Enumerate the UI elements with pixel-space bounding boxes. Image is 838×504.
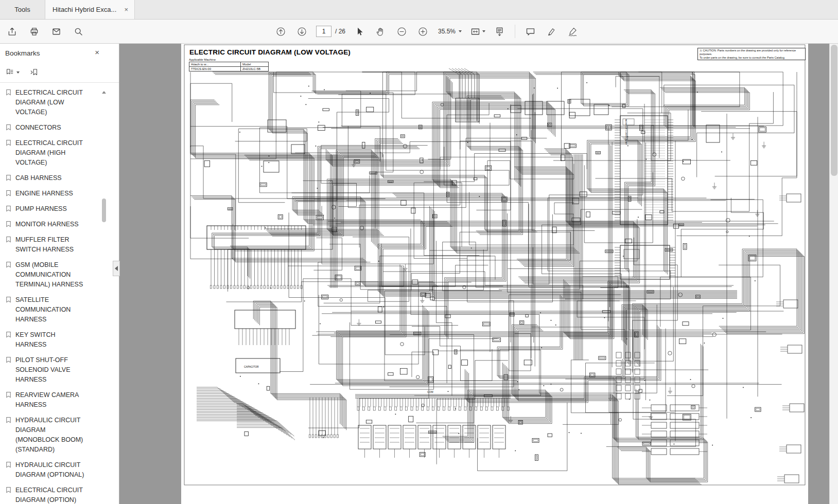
zoom-in-icon	[417, 26, 428, 37]
page-display-icon	[494, 26, 505, 37]
bookmarks-close-icon[interactable]: ×	[95, 48, 99, 57]
info-table-caption: Applicable Machine	[189, 58, 269, 61]
page-down-icon	[296, 26, 307, 37]
bookmark-label: PUMP HARNESS	[15, 204, 88, 214]
zoom-level-dropdown[interactable]: 35.5%	[437, 28, 463, 35]
zoom-level-value: 35.5%	[438, 28, 456, 35]
bookmark-label: ELECTRICAL CIRCUIT DIAGRAM (OPTION)	[15, 485, 88, 504]
highlight-icon	[546, 26, 557, 37]
toolbar-left-group	[0, 25, 85, 39]
bookmark-label: HYDRAULIC CIRCUIT DIAGRAM (OPTIONAL)	[15, 460, 88, 480]
svg-text:COM: COM	[427, 390, 433, 393]
page-title: ELECTRIC CIRCUIT DIAGRAM (LOW VOLTAGE)	[189, 48, 351, 56]
bookmarks-scrollbar-thumb[interactable]	[102, 199, 106, 222]
tab-tools-label: Tools	[14, 6, 30, 13]
toolbar-center-group: / 26 3	[274, 20, 580, 43]
pdf-page: MONITOR CONTROLLERCAPACITORCOM ELECTRIC …	[181, 44, 808, 504]
bookmarks-title: Bookmarks	[5, 49, 40, 57]
info-table-cell: Model	[241, 62, 269, 67]
bookmark-label: CAB HARNESS	[15, 173, 88, 183]
bookmark-options-button[interactable]	[5, 68, 20, 77]
tab-document-label: Hitachi Hybrid Exca...	[53, 6, 116, 13]
bookmarks-scrollbar[interactable]	[101, 88, 107, 504]
search-icon	[73, 26, 84, 37]
bookmark-icon	[5, 461, 12, 468]
zoom-out-button[interactable]	[395, 25, 409, 39]
info-table-cell: Attach to w...	[189, 62, 241, 67]
bookmark-label: GSM (MOBILE COMMUNICATION TERMINAL) HARN…	[15, 260, 88, 290]
print-icon	[29, 26, 40, 37]
fit-width-dropdown[interactable]	[470, 26, 485, 37]
bookmark-options-icon	[5, 68, 14, 77]
highlight-button[interactable]	[545, 25, 558, 39]
bookmark-label: HYDRAULIC CIRCUIT DIAGRAM (MONOBLOCK BOO…	[15, 416, 88, 455]
bookmark-icon	[5, 356, 12, 363]
svg-text:CAPACITOR: CAPACITOR	[244, 365, 259, 368]
search-button[interactable]	[72, 25, 85, 39]
bookmark-icon	[5, 139, 12, 146]
dropdown-caret-icon	[459, 30, 462, 32]
acrobat-window: Tools Hitachi Hybrid Exca... ×	[0, 0, 838, 504]
info-table-cell: TTDCS-EN-00	[189, 67, 241, 71]
bookmark-icon	[5, 221, 12, 227]
zoom-out-icon	[396, 26, 407, 37]
caution-line-2: To order parts on the drawing, be sure t…	[700, 56, 804, 60]
bookmark-label: ENGINE HARNESS	[15, 189, 88, 199]
page-count-label: / 26	[335, 28, 345, 35]
comment-icon	[525, 26, 536, 37]
page-up-button[interactable]	[274, 25, 288, 39]
page-up-icon	[275, 26, 286, 37]
bookmark-icon	[5, 487, 12, 493]
page-display-button[interactable]	[493, 25, 507, 39]
drawing-info-table: Applicable Machine Attach to w... Model …	[189, 58, 269, 71]
tab-tools[interactable]: Tools	[0, 0, 45, 19]
print-button[interactable]	[27, 25, 41, 39]
dropdown-caret-icon	[482, 30, 485, 32]
expand-current-bookmark-button[interactable]	[30, 68, 39, 77]
bookmark-icon	[5, 296, 12, 303]
svg-text:MONITOR CONTROLLER: MONITOR CONTROLLER	[625, 119, 627, 145]
scroll-up-icon[interactable]	[102, 91, 106, 94]
bookmarks-header: Bookmarks	[0, 44, 119, 62]
dropdown-caret-icon	[16, 71, 20, 74]
share-button[interactable]	[5, 25, 19, 39]
bookmark-icon	[5, 236, 12, 243]
bookmark-icon	[5, 124, 12, 131]
comment-button[interactable]	[523, 25, 537, 39]
bookmark-label: PILOT SHUT-OFF SOLENOID VALVE HARNESS	[15, 355, 88, 385]
bookmark-label: SATELLITE COMMUNICATION HARNESS	[15, 295, 88, 325]
bookmark-label: MUFFLER FILTER SWITCH HARNESS	[15, 235, 88, 255]
bookmark-label: MONITOR HARNESS	[15, 220, 88, 229]
info-table-cell: ZH210LC-5B	[241, 67, 269, 71]
tab-document[interactable]: Hitachi Hybrid Exca... ×	[45, 0, 135, 19]
bookmark-icon	[5, 391, 12, 398]
fill-sign-button[interactable]	[566, 25, 580, 39]
bookmark-label: ELECTRICAL CIRCUIT DIAGRAM (HIGH VOLTAGE…	[15, 138, 88, 168]
zoom-in-button[interactable]	[416, 25, 430, 39]
hand-tool-button[interactable]	[374, 25, 388, 39]
bookmark-label: REARVIEW CAMERA HARNESS	[15, 390, 88, 410]
caution-note: ⚠ CAUTION: Parts numbers on the drawing …	[697, 48, 806, 60]
panel-collapse-handle[interactable]	[113, 261, 120, 276]
bookmark-icon	[5, 205, 12, 212]
expand-current-bookmark-icon	[30, 68, 39, 77]
bookmark-icon	[5, 417, 12, 423]
select-tool-button[interactable]	[353, 25, 366, 39]
share-icon	[7, 26, 18, 37]
page-number-control: / 26	[316, 26, 345, 37]
bookmark-icon	[5, 174, 12, 181]
bookmark-icon	[5, 190, 12, 196]
email-icon	[51, 26, 62, 37]
page-down-button[interactable]	[295, 25, 309, 39]
tab-close-icon[interactable]: ×	[123, 6, 129, 13]
document-scrollbar-thumb[interactable]	[831, 45, 837, 176]
bookmark-icon	[5, 261, 12, 268]
bookmark-label: CONNECTORS	[15, 123, 88, 133]
email-button[interactable]	[49, 25, 63, 39]
document-canvas: MONITOR CONTROLLERCAPACITORCOM ELECTRIC …	[119, 44, 838, 504]
bookmark-icon	[5, 89, 12, 96]
bookmark-icon	[5, 331, 12, 338]
document-scrollbar[interactable]	[829, 44, 838, 504]
bookmark-label: ELECTRICAL CIRCUIT DIAGRAM (LOW VOLTAGE)	[15, 88, 88, 117]
page-number-input[interactable]	[316, 26, 331, 37]
